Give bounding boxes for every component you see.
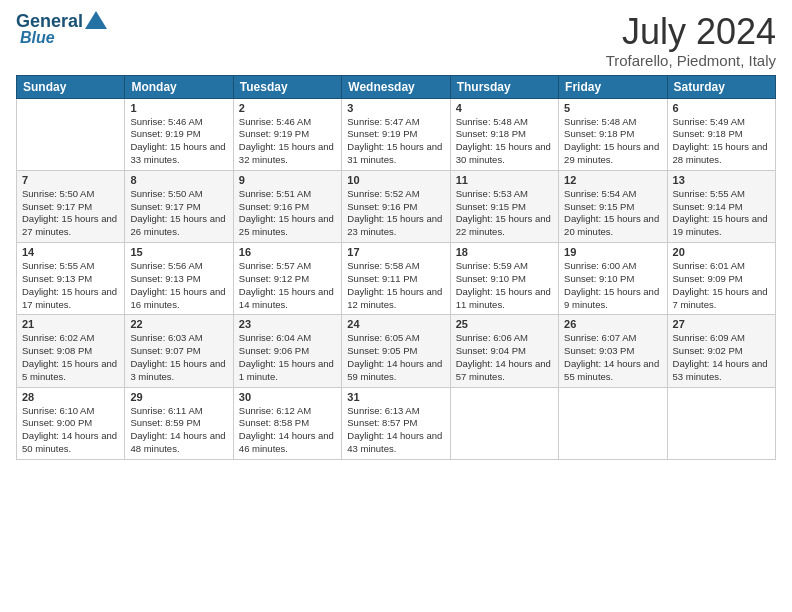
calendar-cell [17,98,125,170]
svg-marker-0 [85,11,107,29]
location: Trofarello, Piedmont, Italy [606,52,776,69]
day-number: 13 [673,174,770,186]
calendar-col-sunday: Sunday [17,75,125,98]
day-number: 4 [456,102,553,114]
calendar-col-thursday: Thursday [450,75,558,98]
calendar-week-3: 14Sunrise: 5:55 AMSunset: 9:13 PMDayligh… [17,243,776,315]
cell-content: Sunrise: 5:48 AMSunset: 9:18 PMDaylight:… [564,116,661,167]
cell-content: Sunrise: 6:04 AMSunset: 9:06 PMDaylight:… [239,332,336,383]
calendar-cell: 2Sunrise: 5:46 AMSunset: 9:19 PMDaylight… [233,98,341,170]
cell-content: Sunrise: 6:13 AMSunset: 8:57 PMDaylight:… [347,405,444,456]
cell-content: Sunrise: 5:46 AMSunset: 9:19 PMDaylight:… [239,116,336,167]
day-number: 6 [673,102,770,114]
day-number: 27 [673,318,770,330]
calendar-cell: 1Sunrise: 5:46 AMSunset: 9:19 PMDaylight… [125,98,233,170]
calendar-table: SundayMondayTuesdayWednesdayThursdayFrid… [16,75,776,460]
day-number: 8 [130,174,227,186]
calendar-cell: 14Sunrise: 5:55 AMSunset: 9:13 PMDayligh… [17,243,125,315]
day-number: 24 [347,318,444,330]
cell-content: Sunrise: 6:03 AMSunset: 9:07 PMDaylight:… [130,332,227,383]
logo-icon [85,11,107,29]
day-number: 5 [564,102,661,114]
month-year: July 2024 [606,12,776,52]
cell-content: Sunrise: 6:02 AMSunset: 9:08 PMDaylight:… [22,332,119,383]
calendar-cell: 26Sunrise: 6:07 AMSunset: 9:03 PMDayligh… [559,315,667,387]
calendar-cell: 22Sunrise: 6:03 AMSunset: 9:07 PMDayligh… [125,315,233,387]
cell-content: Sunrise: 6:00 AMSunset: 9:10 PMDaylight:… [564,260,661,311]
calendar-cell: 3Sunrise: 5:47 AMSunset: 9:19 PMDaylight… [342,98,450,170]
cell-content: Sunrise: 5:53 AMSunset: 9:15 PMDaylight:… [456,188,553,239]
calendar-cell: 21Sunrise: 6:02 AMSunset: 9:08 PMDayligh… [17,315,125,387]
cell-content: Sunrise: 6:11 AMSunset: 8:59 PMDaylight:… [130,405,227,456]
calendar-cell [559,387,667,459]
day-number: 19 [564,246,661,258]
day-number: 15 [130,246,227,258]
cell-content: Sunrise: 6:05 AMSunset: 9:05 PMDaylight:… [347,332,444,383]
day-number: 3 [347,102,444,114]
calendar-cell: 15Sunrise: 5:56 AMSunset: 9:13 PMDayligh… [125,243,233,315]
day-number: 1 [130,102,227,114]
logo: General Blue [16,12,107,46]
day-number: 17 [347,246,444,258]
cell-content: Sunrise: 5:46 AMSunset: 9:19 PMDaylight:… [130,116,227,167]
calendar-cell: 25Sunrise: 6:06 AMSunset: 9:04 PMDayligh… [450,315,558,387]
day-number: 23 [239,318,336,330]
calendar-col-tuesday: Tuesday [233,75,341,98]
day-number: 10 [347,174,444,186]
calendar-cell: 10Sunrise: 5:52 AMSunset: 9:16 PMDayligh… [342,170,450,242]
cell-content: Sunrise: 5:47 AMSunset: 9:19 PMDaylight:… [347,116,444,167]
cell-content: Sunrise: 5:59 AMSunset: 9:10 PMDaylight:… [456,260,553,311]
calendar-cell: 13Sunrise: 5:55 AMSunset: 9:14 PMDayligh… [667,170,775,242]
cell-content: Sunrise: 5:57 AMSunset: 9:12 PMDaylight:… [239,260,336,311]
calendar-cell: 28Sunrise: 6:10 AMSunset: 9:00 PMDayligh… [17,387,125,459]
day-number: 28 [22,391,119,403]
cell-content: Sunrise: 5:54 AMSunset: 9:15 PMDaylight:… [564,188,661,239]
logo-text: General [16,12,83,30]
calendar-week-4: 21Sunrise: 6:02 AMSunset: 9:08 PMDayligh… [17,315,776,387]
day-number: 2 [239,102,336,114]
calendar-cell: 7Sunrise: 5:50 AMSunset: 9:17 PMDaylight… [17,170,125,242]
calendar-cell: 31Sunrise: 6:13 AMSunset: 8:57 PMDayligh… [342,387,450,459]
calendar-cell [450,387,558,459]
day-number: 16 [239,246,336,258]
calendar-header-row: SundayMondayTuesdayWednesdayThursdayFrid… [17,75,776,98]
cell-content: Sunrise: 6:12 AMSunset: 8:58 PMDaylight:… [239,405,336,456]
calendar-cell: 29Sunrise: 6:11 AMSunset: 8:59 PMDayligh… [125,387,233,459]
cell-content: Sunrise: 5:49 AMSunset: 9:18 PMDaylight:… [673,116,770,167]
calendar-cell: 23Sunrise: 6:04 AMSunset: 9:06 PMDayligh… [233,315,341,387]
day-number: 29 [130,391,227,403]
calendar-cell: 8Sunrise: 5:50 AMSunset: 9:17 PMDaylight… [125,170,233,242]
calendar-cell: 24Sunrise: 6:05 AMSunset: 9:05 PMDayligh… [342,315,450,387]
day-number: 31 [347,391,444,403]
day-number: 18 [456,246,553,258]
calendar-cell: 16Sunrise: 5:57 AMSunset: 9:12 PMDayligh… [233,243,341,315]
day-number: 12 [564,174,661,186]
calendar-cell: 18Sunrise: 5:59 AMSunset: 9:10 PMDayligh… [450,243,558,315]
calendar-cell: 12Sunrise: 5:54 AMSunset: 9:15 PMDayligh… [559,170,667,242]
calendar-cell: 9Sunrise: 5:51 AMSunset: 9:16 PMDaylight… [233,170,341,242]
cell-content: Sunrise: 6:10 AMSunset: 9:00 PMDaylight:… [22,405,119,456]
cell-content: Sunrise: 6:07 AMSunset: 9:03 PMDaylight:… [564,332,661,383]
calendar-col-monday: Monday [125,75,233,98]
day-number: 20 [673,246,770,258]
calendar-cell: 17Sunrise: 5:58 AMSunset: 9:11 PMDayligh… [342,243,450,315]
day-number: 21 [22,318,119,330]
calendar-week-2: 7Sunrise: 5:50 AMSunset: 9:17 PMDaylight… [17,170,776,242]
logo-subtext: Blue [20,30,55,46]
header: General Blue July 2024 Trofarello, Piedm… [16,12,776,69]
calendar-col-saturday: Saturday [667,75,775,98]
title-block: July 2024 Trofarello, Piedmont, Italy [606,12,776,69]
cell-content: Sunrise: 5:48 AMSunset: 9:18 PMDaylight:… [456,116,553,167]
cell-content: Sunrise: 5:56 AMSunset: 9:13 PMDaylight:… [130,260,227,311]
page: General Blue July 2024 Trofarello, Piedm… [0,0,792,612]
day-number: 30 [239,391,336,403]
day-number: 9 [239,174,336,186]
calendar-col-wednesday: Wednesday [342,75,450,98]
calendar-cell: 30Sunrise: 6:12 AMSunset: 8:58 PMDayligh… [233,387,341,459]
calendar-cell: 11Sunrise: 5:53 AMSunset: 9:15 PMDayligh… [450,170,558,242]
day-number: 25 [456,318,553,330]
calendar-cell: 27Sunrise: 6:09 AMSunset: 9:02 PMDayligh… [667,315,775,387]
cell-content: Sunrise: 5:51 AMSunset: 9:16 PMDaylight:… [239,188,336,239]
cell-content: Sunrise: 5:50 AMSunset: 9:17 PMDaylight:… [22,188,119,239]
cell-content: Sunrise: 5:50 AMSunset: 9:17 PMDaylight:… [130,188,227,239]
